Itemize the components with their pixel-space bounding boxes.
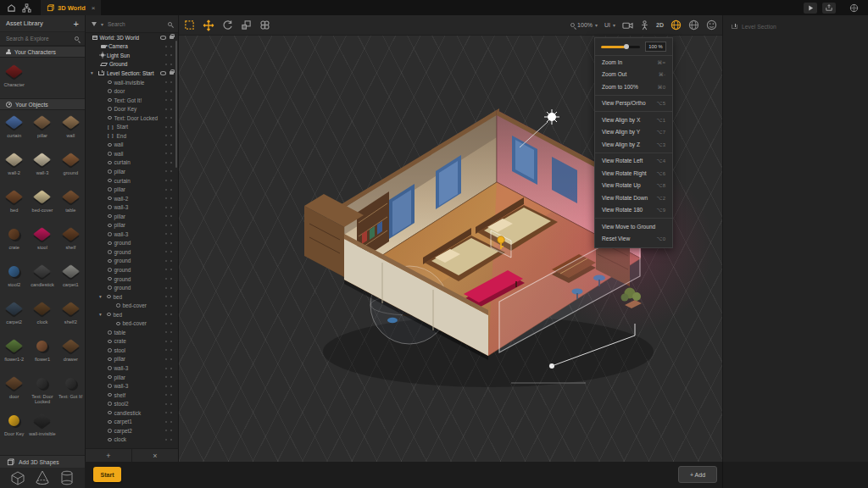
menu-item[interactable]: Reset View⌥0 bbox=[595, 233, 672, 246]
row-options-dots[interactable] bbox=[165, 162, 172, 164]
row-options-dots[interactable] bbox=[165, 287, 172, 289]
visibility-eye-icon[interactable] bbox=[160, 36, 166, 40]
tree-row[interactable]: door bbox=[86, 86, 178, 96]
tree-add-button[interactable]: + bbox=[86, 449, 132, 462]
move-tool[interactable] bbox=[203, 19, 214, 31]
tree-row[interactable]: pillar bbox=[86, 167, 178, 176]
add-button[interactable]: + Add bbox=[678, 466, 717, 483]
asset-search-input[interactable]: Search & Explore bbox=[0, 31, 85, 46]
cone-shape-icon[interactable] bbox=[34, 469, 51, 486]
row-options-dots[interactable] bbox=[165, 215, 172, 217]
tree-row[interactable]: table bbox=[86, 328, 178, 337]
asset-item[interactable]: carpet2 bbox=[0, 297, 28, 334]
row-options-dots[interactable] bbox=[165, 180, 172, 181]
zoom-slider[interactable] bbox=[601, 46, 640, 48]
menu-item[interactable]: Zoom to 100%⌘0 bbox=[595, 80, 672, 93]
cube-shape-icon[interactable] bbox=[9, 469, 26, 486]
row-options-dots[interactable] bbox=[165, 152, 172, 154]
expand-arrow-icon[interactable]: ▾ bbox=[99, 294, 104, 299]
export-button[interactable] bbox=[822, 3, 836, 14]
asset-item[interactable]: flower1-2 bbox=[0, 334, 28, 371]
tree-row[interactable]: wall-3 bbox=[86, 230, 178, 239]
tree-row[interactable]: ground bbox=[86, 239, 178, 248]
zoom-slider-knob[interactable] bbox=[624, 44, 629, 49]
asset-item[interactable]: door bbox=[0, 371, 28, 408]
row-options-dots[interactable] bbox=[165, 233, 172, 235]
tree-row[interactable]: stool bbox=[86, 346, 178, 355]
row-options-dots[interactable] bbox=[165, 108, 172, 110]
menu-item[interactable]: View Align by X⌥1 bbox=[595, 114, 672, 126]
tree-row[interactable]: pillar bbox=[86, 212, 178, 221]
visibility-eye-icon[interactable] bbox=[160, 71, 166, 75]
tab-close-icon[interactable]: × bbox=[92, 4, 96, 12]
menu-item[interactable]: View Align by Y⌥7 bbox=[595, 126, 672, 139]
asset-item[interactable]: shelf bbox=[57, 222, 85, 259]
globe-active-icon[interactable] bbox=[670, 19, 682, 30]
node-tree-icon[interactable] bbox=[19, 0, 34, 15]
tree-row[interactable]: wall-3 bbox=[86, 363, 178, 373]
tree-row[interactable]: clock bbox=[86, 435, 178, 445]
tree-row[interactable]: Ground bbox=[86, 60, 178, 69]
tree-row[interactable]: World: 3D World bbox=[86, 33, 178, 42]
physics-tool[interactable] bbox=[259, 19, 270, 30]
expand-arrow-icon[interactable]: ▾ bbox=[99, 312, 104, 317]
tree-row[interactable]: ground bbox=[86, 247, 178, 257]
home-icon[interactable] bbox=[3, 0, 19, 15]
row-options-dots[interactable] bbox=[165, 64, 172, 65]
row-options-dots[interactable] bbox=[165, 135, 172, 136]
tree-row[interactable]: carpet2 bbox=[86, 426, 178, 435]
settings-icon[interactable] bbox=[846, 0, 861, 15]
row-options-dots[interactable] bbox=[165, 207, 172, 208]
row-options-dots[interactable] bbox=[165, 117, 172, 119]
row-options-dots[interactable] bbox=[165, 99, 172, 101]
hierarchy-scrollbar[interactable] bbox=[175, 41, 177, 168]
ui-dropdown[interactable]: UI ▾ bbox=[604, 22, 615, 28]
tree-row[interactable]: wall bbox=[86, 141, 178, 150]
tree-row[interactable]: curtain bbox=[86, 176, 178, 186]
row-options-dots[interactable] bbox=[165, 385, 172, 387]
menu-item[interactable]: View Persp/Ortho⌥5 bbox=[595, 97, 672, 110]
tree-row[interactable]: ground bbox=[86, 265, 178, 274]
lock-icon[interactable] bbox=[170, 71, 174, 75]
zoom-control[interactable]: 100% ▾ bbox=[570, 22, 598, 28]
row-options-dots[interactable] bbox=[165, 323, 172, 324]
menu-item[interactable]: Zoom In⌘= bbox=[595, 56, 672, 69]
tab-3d-world[interactable]: 3D World × bbox=[41, 0, 101, 15]
tree-row[interactable]: candlestick bbox=[86, 408, 178, 418]
tree-row[interactable]: Text: Door Locked bbox=[86, 114, 178, 123]
row-options-dots[interactable] bbox=[165, 170, 172, 172]
add-3d-shapes-button[interactable]: Add 3D Shapes bbox=[0, 455, 85, 468]
tree-row[interactable]: ground bbox=[86, 257, 178, 266]
tree-row[interactable]: ground bbox=[86, 283, 178, 292]
tree-row[interactable]: pillar bbox=[86, 185, 178, 194]
filter-icon[interactable] bbox=[92, 22, 97, 26]
row-options-dots[interactable] bbox=[165, 412, 172, 413]
tree-row[interactable]: Text: Got It! bbox=[86, 96, 178, 105]
asset-item[interactable]: flower1 bbox=[28, 334, 56, 371]
tree-delete-button[interactable]: × bbox=[132, 449, 178, 462]
hierarchy-search-input[interactable]: ▾ Search bbox=[86, 15, 178, 33]
asset-item[interactable]: shelf2 bbox=[57, 297, 85, 334]
zoom-value-box[interactable]: 100 % bbox=[645, 42, 666, 52]
row-options-dots[interactable] bbox=[165, 376, 172, 378]
asset-add-button[interactable]: + bbox=[74, 19, 79, 29]
globe-icon[interactable] bbox=[688, 19, 699, 30]
asset-item[interactable]: wall bbox=[57, 110, 85, 147]
rotate-tool[interactable] bbox=[222, 19, 233, 30]
row-options-dots[interactable] bbox=[165, 368, 172, 369]
menu-item[interactable]: View Align by Z⌥3 bbox=[595, 138, 672, 151]
your-objects-header[interactable]: Your Objects bbox=[0, 98, 85, 110]
camera-view-icon[interactable] bbox=[622, 21, 633, 30]
tree-row[interactable]: crate bbox=[86, 337, 178, 347]
mode-2d-toggle[interactable]: 2D bbox=[656, 22, 664, 28]
face-icon[interactable] bbox=[706, 19, 717, 30]
row-options-dots[interactable] bbox=[165, 54, 172, 56]
tree-row[interactable]: Light Sun bbox=[86, 51, 178, 60]
asset-item[interactable]: bed-cover bbox=[28, 185, 56, 222]
asset-item[interactable]: stool bbox=[28, 222, 56, 259]
asset-item[interactable]: drawer bbox=[57, 334, 85, 371]
row-options-dots[interactable] bbox=[165, 189, 172, 191]
asset-item[interactable]: Door Key bbox=[0, 408, 28, 446]
asset-item[interactable]: curtain bbox=[0, 110, 28, 147]
menu-item[interactable]: View Rotate Up⌥8 bbox=[595, 180, 672, 192]
